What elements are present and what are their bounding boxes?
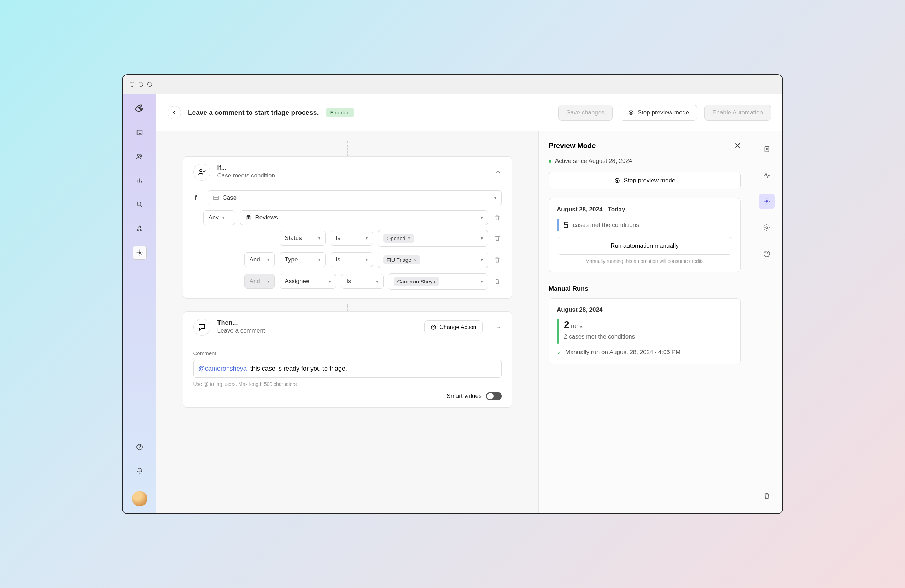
- nav-analytics-icon[interactable]: [133, 173, 147, 188]
- svg-point-5: [137, 229, 139, 231]
- remove-tag-icon[interactable]: ×: [408, 235, 410, 241]
- then-card: Then... Leave a comment Change Action: [183, 311, 512, 408]
- entity-select[interactable]: Case: [208, 190, 502, 205]
- enable-automation-button: Enable Automation: [704, 105, 771, 121]
- tag-fiu: FIU Triage×: [383, 255, 420, 264]
- app-body: Leave a comment to start triage process.…: [123, 94, 782, 514]
- comment-input[interactable]: @cameronsheya this case is ready for you…: [194, 360, 502, 378]
- if-card: If... Case meets condition If: [183, 156, 512, 299]
- smart-values-toggle[interactable]: [486, 392, 502, 400]
- svg-point-10: [630, 112, 632, 113]
- svg-point-11: [200, 170, 202, 172]
- op-select-1[interactable]: Is: [330, 252, 373, 267]
- change-action-button[interactable]: Change Action: [424, 320, 482, 334]
- content-row: If... Case meets condition If: [156, 132, 782, 514]
- save-button: Save changes: [558, 105, 613, 121]
- if-title: If...: [218, 164, 487, 171]
- cases-count: 5: [563, 219, 569, 231]
- bar-indicator-blue: [557, 219, 559, 231]
- avatar[interactable]: [132, 491, 148, 506]
- comment-text: this case is ready for you to triage.: [250, 365, 347, 372]
- back-button[interactable]: [168, 106, 181, 119]
- op-select-0[interactable]: Is: [330, 231, 373, 246]
- svg-rect-12: [214, 196, 219, 200]
- cases-suffix: cases met the conditions: [573, 222, 639, 229]
- tag-cameron: Cameron Sheya: [394, 277, 439, 286]
- stop-preview-button[interactable]: Stop preview mode: [620, 105, 697, 121]
- svg-point-3: [137, 202, 141, 206]
- field-select-assignee[interactable]: Assignee: [279, 274, 336, 289]
- runs-count: 2: [564, 319, 570, 330]
- settings-icon[interactable]: [759, 220, 775, 235]
- nav-search-icon[interactable]: [133, 198, 147, 212]
- comment-help-text: Use @ to tag users. Max length 500 chara…: [194, 381, 502, 387]
- app-window: Leave a comment to start triage process.…: [122, 74, 783, 514]
- attribute-value: Reviews: [255, 214, 278, 221]
- smart-values-label: Smart values: [446, 393, 481, 399]
- titlebar: [123, 75, 782, 94]
- run-timestamp: Manually run on August 28, 2024 · 4:06 P…: [565, 349, 681, 356]
- if-subtitle: Case meets condition: [218, 172, 275, 180]
- nav-automation-icon[interactable]: [133, 246, 147, 260]
- any-label: Any: [209, 214, 219, 221]
- nav-help-icon[interactable]: [133, 440, 147, 454]
- attribute-select[interactable]: Reviews: [240, 210, 488, 225]
- trash-panel-icon[interactable]: [759, 488, 775, 504]
- status-badge: Enabled: [326, 108, 354, 117]
- delete-row-icon[interactable]: [493, 234, 502, 242]
- conj-select-2: And: [244, 274, 275, 289]
- nav-inbox-icon[interactable]: [133, 125, 147, 139]
- manual-runs-label: Manual Runs: [549, 285, 741, 293]
- svg-point-13: [431, 325, 435, 329]
- collapse-then-icon[interactable]: [495, 324, 502, 331]
- value-select-0[interactable]: Opened×: [378, 230, 488, 247]
- comment-icon: [194, 319, 210, 336]
- collapse-if-icon[interactable]: [495, 168, 502, 176]
- svg-rect-16: [765, 146, 768, 152]
- close-preview-icon[interactable]: ✕: [734, 141, 741, 151]
- page-title: Leave a comment to start triage process.: [188, 109, 319, 117]
- stats-range: August 28, 2024 - Today: [557, 206, 732, 213]
- traffic-light-close[interactable]: [130, 82, 134, 87]
- stop-preview-button-panel[interactable]: Stop preview mode: [549, 172, 741, 189]
- if-label: If: [194, 194, 203, 201]
- svg-point-15: [616, 179, 618, 181]
- connector-line: [347, 304, 348, 311]
- run-manual-button[interactable]: Run automation manually: [557, 237, 732, 255]
- delete-row-icon[interactable]: [493, 277, 502, 285]
- then-title: Then...: [218, 319, 418, 326]
- op-select-2[interactable]: Is: [341, 274, 384, 289]
- credits-warning: Manually running this automation will co…: [557, 258, 732, 264]
- any-select[interactable]: Any: [203, 210, 235, 225]
- delete-row-icon[interactable]: [493, 214, 502, 222]
- clipboard-icon[interactable]: [759, 141, 775, 157]
- field-select-status[interactable]: Status: [279, 231, 325, 246]
- person-check-icon: [194, 163, 210, 181]
- run-detail: 2 cases met the conditions: [564, 333, 635, 340]
- field-select-type[interactable]: Type: [279, 252, 325, 267]
- sidebar-right: [751, 132, 782, 514]
- svg-point-1: [137, 154, 139, 156]
- nav-bell-icon[interactable]: [133, 464, 147, 478]
- entity-value: Case: [223, 194, 237, 201]
- preview-mode-icon[interactable]: [759, 193, 775, 209]
- manual-run-card: August 28, 2024 2 runs 2 cases met the c…: [549, 298, 741, 365]
- value-select-1[interactable]: FIU Triage×: [378, 252, 488, 268]
- help-icon[interactable]: [759, 246, 775, 262]
- center-column: If... Case meets condition If: [156, 132, 538, 514]
- mention-chip: @cameronsheya: [198, 365, 247, 372]
- svg-point-7: [138, 252, 141, 254]
- traffic-light-maximize[interactable]: [148, 82, 152, 87]
- nav-shapes-icon[interactable]: [133, 222, 147, 236]
- traffic-light-minimize[interactable]: [138, 82, 143, 87]
- comment-field-label: Comment: [194, 350, 502, 356]
- chevron-down-icon: [222, 215, 224, 220]
- remove-tag-icon[interactable]: ×: [414, 257, 416, 263]
- delete-row-icon[interactable]: [493, 255, 502, 264]
- activity-icon[interactable]: [759, 168, 775, 183]
- value-select-2[interactable]: Cameron Sheya: [389, 273, 488, 290]
- conj-select-1[interactable]: And: [244, 252, 275, 267]
- nav-people-icon[interactable]: [133, 149, 147, 163]
- stop-preview-label-panel: Stop preview mode: [624, 177, 676, 184]
- run-date: August 28, 2024: [557, 306, 732, 314]
